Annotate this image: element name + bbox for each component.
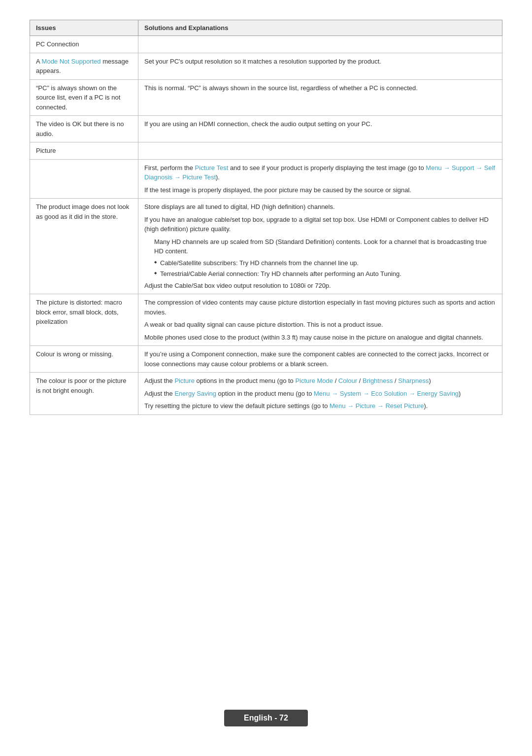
page-wrapper: Issues Solutions and Explanations PC Con… [30, 20, 502, 736]
solution-cell: First, perform the Picture Test and to s… [138, 159, 502, 199]
solution-cell [138, 142, 502, 160]
solution-cell: If you are using an HDMI connection, che… [138, 116, 502, 142]
table-row: The video is OK but there is no audio.If… [30, 116, 502, 142]
solution-cell: If you’re using a Component connection, … [138, 346, 502, 373]
table-row: Colour is wrong or missing.If you’re usi… [30, 346, 502, 373]
solution-cell: Set your PC's output resolution so it ma… [138, 53, 502, 79]
header-issues: Issues [30, 20, 138, 36]
issue-cell: “PC” is always shown on the source list,… [30, 79, 138, 116]
solution-cell: Store displays are all tuned to digital,… [138, 199, 502, 294]
solution-cell: The compression of video contents may ca… [138, 294, 502, 346]
solution-cell [138, 36, 502, 53]
header-solutions: Solutions and Explanations [138, 20, 502, 36]
table-row: First, perform the Picture Test and to s… [30, 159, 502, 199]
table-row: The picture is distorted: macro block er… [30, 294, 502, 346]
table-row: A Mode Not Supported message appears.Set… [30, 53, 502, 79]
issue-cell: A Mode Not Supported message appears. [30, 53, 138, 79]
issue-cell [30, 159, 138, 199]
table-row: PC Connection [30, 36, 502, 53]
page-label: English - 72 [224, 710, 308, 726]
section-label: PC Connection [30, 36, 138, 53]
table-row: Picture [30, 142, 502, 160]
issue-cell: The colour is poor or the picture is not… [30, 373, 138, 415]
solution-cell: Adjust the Picture options in the produc… [138, 373, 502, 415]
issue-cell: Colour is wrong or missing. [30, 346, 138, 373]
table-row: The product image does not look as good … [30, 199, 502, 294]
issue-cell: The video is OK but there is no audio. [30, 116, 138, 142]
solution-cell: This is normal. “PC” is always shown in … [138, 79, 502, 116]
issue-cell: The product image does not look as good … [30, 199, 138, 294]
table-row: “PC” is always shown on the source list,… [30, 79, 502, 116]
table-row: The colour is poor or the picture is not… [30, 373, 502, 415]
section-label: Picture [30, 142, 138, 160]
issue-cell: The picture is distorted: macro block er… [30, 294, 138, 346]
footer: English - 72 [30, 695, 502, 736]
main-table: Issues Solutions and Explanations PC Con… [30, 20, 502, 415]
